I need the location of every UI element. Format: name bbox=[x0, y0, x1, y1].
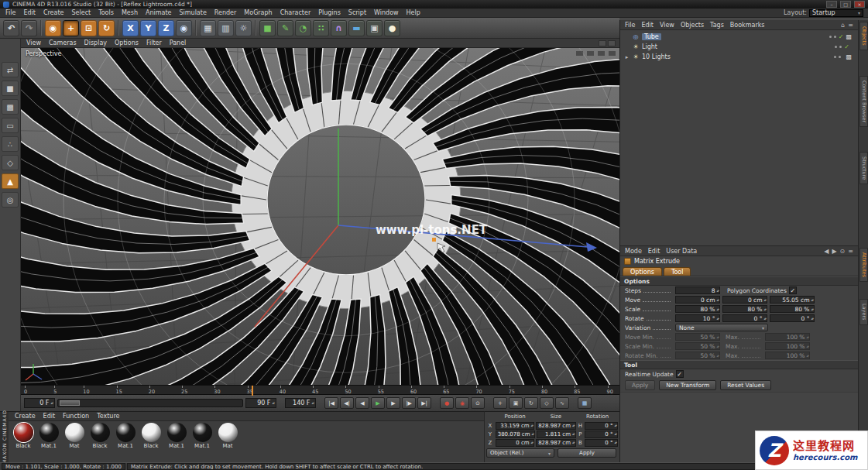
steps-field[interactable]: 8▴▾ bbox=[675, 286, 720, 294]
undo-icon[interactable]: ↶ bbox=[3, 20, 19, 36]
render-settings-icon[interactable]: ☼ bbox=[235, 20, 252, 36]
enable-check-icon[interactable]: ✓ bbox=[844, 43, 849, 50]
material-menu-item[interactable]: Create bbox=[11, 413, 39, 420]
attribute-tab[interactable]: Tool bbox=[664, 267, 691, 276]
scale-tool-icon[interactable]: ⊡ bbox=[81, 20, 97, 36]
add-cube-object-icon[interactable]: ■ bbox=[259, 20, 276, 36]
layout-select[interactable]: Startup ▾ bbox=[809, 9, 863, 17]
keyframe-selection-button[interactable]: ⊙ bbox=[471, 397, 485, 409]
record-rotation-toggle[interactable]: ↻ bbox=[524, 397, 538, 409]
menu-item[interactable]: Edit bbox=[19, 9, 39, 16]
material-item[interactable]: Black bbox=[139, 423, 163, 449]
menu-item[interactable]: Character bbox=[276, 9, 315, 16]
coordinates-apply-button[interactable]: Apply bbox=[558, 448, 616, 458]
viewport-maximize-icon[interactable] bbox=[608, 40, 616, 46]
viewport[interactable]: www.pl-tons.NET Perspective bbox=[21, 48, 619, 385]
minimize-button[interactable]: – bbox=[826, 1, 837, 8]
apply-button[interactable]: Apply bbox=[625, 380, 655, 390]
scale-x-field[interactable]: 80 %▴▾ bbox=[675, 305, 720, 313]
attribute-tab[interactable]: Options bbox=[623, 267, 662, 276]
panel-icon[interactable]: ⊙ bbox=[840, 248, 846, 255]
subdivision-surface-icon[interactable]: ◔ bbox=[295, 20, 311, 36]
tab-objects[interactable]: Objects bbox=[859, 22, 868, 50]
goto-start-button[interactable]: |◀ bbox=[324, 397, 338, 409]
rotate-b-field[interactable]: 0 °▴▾ bbox=[770, 314, 815, 322]
realtime-update-checkbox[interactable]: ✓ bbox=[676, 370, 684, 378]
position-field[interactable]: 33.159 cm▴▾ bbox=[496, 422, 534, 430]
rotation-field[interactable]: 0 °▴▾ bbox=[585, 422, 618, 430]
viewport-menu-item[interactable]: Filter bbox=[142, 39, 166, 46]
visibility-dot[interactable] bbox=[835, 46, 837, 48]
move-x-field[interactable]: 0 cm▴▾ bbox=[675, 296, 720, 304]
material-item[interactable]: Mat.1 bbox=[114, 423, 137, 449]
object-manager-menu-item[interactable]: Bookmarks bbox=[727, 22, 768, 29]
viewport-menu-item[interactable]: Options bbox=[111, 39, 142, 46]
move-min-field[interactable]: 50 %▴▾ bbox=[675, 333, 720, 341]
record-pla-toggle[interactable]: ∿ bbox=[555, 397, 569, 409]
render-picture-viewer-icon[interactable]: ▥ bbox=[218, 20, 234, 36]
size-field[interactable]: 828.987 cm▴▾ bbox=[536, 422, 575, 430]
current-frame-field[interactable]: 0 F▴▾ bbox=[24, 398, 55, 408]
menu-item[interactable]: Help bbox=[403, 9, 424, 16]
tab-layers[interactable]: Layers bbox=[859, 299, 868, 325]
menu-item[interactable]: Simulate bbox=[175, 9, 210, 16]
texture-tag-icon[interactable]: ▩ bbox=[846, 33, 852, 40]
attribute-menu-item[interactable]: Edit bbox=[645, 248, 664, 255]
range-end-field[interactable]: 90 F▴▾ bbox=[245, 398, 276, 408]
position-field[interactable]: 380.078 cm▴▾ bbox=[496, 431, 535, 438]
material-item[interactable]: Mat bbox=[63, 423, 86, 449]
bend-deformer-icon[interactable]: ∩ bbox=[331, 20, 347, 36]
menu-item[interactable]: MoGraph bbox=[240, 9, 276, 16]
move-tool-icon[interactable]: + bbox=[63, 20, 79, 36]
viewport-menu-item[interactable]: Cameras bbox=[45, 39, 81, 46]
record-keyframe-button[interactable]: ● bbox=[440, 397, 454, 409]
light-object-icon[interactable]: ● bbox=[384, 20, 400, 36]
material-item[interactable]: Black bbox=[88, 423, 112, 449]
new-transform-button[interactable]: New Transform bbox=[659, 380, 716, 390]
viewport-menu-item[interactable]: Panel bbox=[166, 39, 190, 46]
array-generator-icon[interactable]: ∷ bbox=[313, 20, 329, 36]
snap-settings-icon[interactable]: ◎ bbox=[2, 192, 19, 208]
model-mode-icon[interactable]: ■ bbox=[2, 81, 19, 96]
prev-frame-button[interactable]: ◀ bbox=[355, 397, 369, 409]
expander-icon[interactable]: ▸ bbox=[624, 54, 630, 60]
move-max-field[interactable]: 100 %▴▾ bbox=[765, 333, 810, 341]
material-menu-item[interactable]: Texture bbox=[93, 413, 123, 420]
panel-icon[interactable]: ≡ bbox=[848, 248, 853, 255]
texture-tag-icon[interactable]: ▩ bbox=[846, 53, 852, 60]
scale-z-field[interactable]: 80 %▴▾ bbox=[770, 305, 815, 313]
viewport-menu-item[interactable]: Display bbox=[81, 39, 112, 46]
visibility-dot[interactable] bbox=[829, 36, 832, 38]
menu-item[interactable]: Create bbox=[39, 9, 68, 16]
visibility-dot[interactable] bbox=[839, 46, 842, 48]
visibility-dot[interactable] bbox=[834, 56, 836, 58]
position-field[interactable]: 0 cm▴▾ bbox=[496, 439, 534, 447]
spinner-icon[interactable]: ▴▾ bbox=[50, 401, 53, 405]
panel-icon[interactable]: ≡ bbox=[848, 22, 853, 29]
autokey-button[interactable]: ◉ bbox=[455, 397, 469, 409]
object-row[interactable]: ☀ Light ✓ bbox=[620, 42, 858, 52]
menu-item[interactable]: Window bbox=[370, 9, 403, 16]
live-selection-icon[interactable]: ◉ bbox=[45, 20, 61, 36]
panel-icon[interactable]: ⌂ bbox=[841, 22, 845, 29]
menu-item[interactable]: Plugins bbox=[314, 9, 345, 16]
make-editable-icon[interactable]: ⇄ bbox=[2, 62, 19, 77]
variation-select[interactable]: None▾ bbox=[675, 324, 768, 331]
play-button[interactable]: ▶ bbox=[371, 397, 385, 409]
maximize-button[interactable]: □ bbox=[840, 1, 851, 8]
object-manager-menu-item[interactable]: Tags bbox=[707, 22, 727, 29]
material-item[interactable]: Mat bbox=[216, 423, 239, 449]
coordinate-system-icon[interactable]: ◉ bbox=[176, 20, 192, 36]
z-axis-lock-icon[interactable]: Z bbox=[158, 20, 174, 36]
next-key-button[interactable]: |▶ bbox=[402, 397, 416, 409]
menu-item[interactable]: File bbox=[2, 9, 19, 16]
record-parameter-toggle[interactable]: ◇ bbox=[540, 397, 554, 409]
spinner-icon[interactable]: ▴▾ bbox=[272, 401, 274, 405]
timeline-slider-handle[interactable] bbox=[60, 400, 80, 406]
rotation-field[interactable]: 0 °▴▾ bbox=[585, 439, 618, 447]
tab-structure[interactable]: Structure bbox=[859, 152, 868, 184]
viewport-menu-item[interactable]: View bbox=[22, 39, 45, 46]
tab-content-browser[interactable]: Content Browser bbox=[859, 76, 868, 127]
texture-mode-icon[interactable]: ▩ bbox=[2, 99, 19, 115]
scale-min-field[interactable]: 50 %▴▾ bbox=[675, 342, 720, 350]
